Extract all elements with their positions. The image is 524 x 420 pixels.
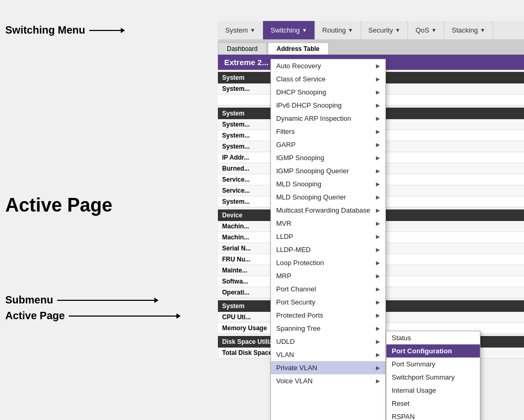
nav-stacking[interactable]: Stacking ▼ [444, 21, 493, 39]
nav-qos[interactable]: QoS ▼ [408, 21, 444, 39]
submenu-arrow-icon: ▶ [376, 89, 380, 95]
main-dropdown-menu: Auto Recovery ▶ Class of Service ▶ DHCP … [270, 59, 386, 420]
menu-item-protected-ports[interactable]: Protected Ports ▶ [271, 309, 385, 322]
submenu-item-switchport-summary[interactable]: Switchport Summary [386, 371, 480, 384]
menu-item-multicast-fwd[interactable]: Multicast Forwarding Database ▶ [271, 204, 385, 217]
submenu-arrow-icon: ▶ [376, 352, 380, 358]
menu-item-lldp[interactable]: LLDP ▶ [271, 230, 385, 243]
submenu-arrow-icon: ▶ [376, 299, 380, 305]
menu-item-class-of-service[interactable]: Class of Service ▶ [271, 72, 385, 86]
submenu-arrow-icon: ▶ [376, 207, 380, 213]
submenu-arrow-icon: ▶ [376, 273, 380, 279]
menu-item-udld[interactable]: UDLD ▶ [271, 335, 385, 348]
tab-address-table[interactable]: Address Table [268, 43, 329, 55]
system-arrow-icon: ▼ [250, 27, 255, 33]
switching-arrow-icon: ▼ [302, 27, 307, 33]
active-page2-label: Active Page [5, 310, 65, 322]
menu-item-port-channel[interactable]: Port Channel ▶ [271, 282, 385, 296]
submenu-arrow-icon: ▶ [376, 76, 380, 82]
top-nav: System ▼ Switching ▼ Routing ▼ Security … [218, 21, 524, 40]
submenu-item-port-configuration[interactable]: Port Configuration [386, 344, 480, 358]
submenu-item-internal-usage[interactable]: Internal Usage [386, 384, 480, 397]
submenu-item-rspan[interactable]: RSPAN [386, 410, 480, 420]
private-vlan-submenu: Status Port Configuration Port Summary S… [386, 331, 480, 420]
submenu-arrow-icon: ▶ [376, 155, 380, 161]
submenu-arrow-icon: ▶ [376, 260, 380, 266]
stacking-arrow-icon: ▼ [480, 27, 485, 33]
submenu-arrow-icon: ▶ [376, 102, 380, 108]
switching-menu-annotation: Switching Menu [5, 24, 125, 36]
submenu-arrow-icon: ▶ [376, 312, 380, 318]
nav-system[interactable]: System ▼ [218, 21, 263, 39]
submenu-arrow-icon: ▶ [376, 129, 380, 134]
main-wrapper: System ▼ Switching ▼ Routing ▼ Security … [218, 21, 524, 420]
content-area: Dashboard Address Table Extreme 2... Sys… [218, 40, 524, 420]
submenu-item-port-summary[interactable]: Port Summary [386, 358, 480, 371]
submenu-label: Submenu [5, 294, 53, 306]
submenu-arrow-icon: ▶ [376, 63, 380, 69]
routing-arrow-icon: ▼ [348, 27, 353, 33]
menu-item-loop-protection[interactable]: Loop Protection ▶ [271, 256, 385, 269]
submenu-annotation: Submenu [5, 294, 159, 306]
tabs-row: Dashboard Address Table [218, 40, 524, 55]
submenu-arrow-icon: ▶ [376, 326, 380, 331]
nav-switching[interactable]: Switching ▼ [263, 21, 315, 39]
menu-item-garp[interactable]: GARP ▶ [271, 138, 385, 151]
menu-item-voice-vlan[interactable]: Voice VLAN ▶ [271, 374, 385, 387]
menu-item-auto-recovery[interactable]: Auto Recovery ▶ [271, 59, 385, 72]
submenu-arrow-icon: ▶ [376, 339, 380, 344]
menu-item-mld-snooping-querier[interactable]: MLD Snooping Querier ▶ [271, 191, 385, 204]
menu-item-port-security[interactable]: Port Security ▶ [271, 296, 385, 309]
menu-item-dhcp-snooping[interactable]: DHCP Snooping ▶ [271, 86, 385, 99]
menu-item-ipv6-dhcp-snooping[interactable]: IPv6 DHCP Snooping ▶ [271, 99, 385, 112]
menu-item-igmp-snooping-querier[interactable]: IGMP Snooping Querier ▶ [271, 164, 385, 177]
submenu-arrow-icon: ▶ [376, 142, 380, 148]
submenu-arrow-icon: ▶ [376, 168, 380, 174]
menu-item-mrp[interactable]: MRP ▶ [271, 269, 385, 282]
menu-item-mld-snooping[interactable]: MLD Snooping ▶ [271, 177, 385, 191]
active-page-annotation: Active Page [5, 194, 112, 216]
submenu-arrow-icon: ▶ [376, 365, 380, 371]
menu-item-spanning-tree[interactable]: Spanning Tree ▶ [271, 322, 385, 335]
submenu-arrow-icon: ▶ [376, 116, 380, 121]
submenu-arrow-icon: ▶ [376, 234, 380, 239]
submenu-arrow-icon: ▶ [376, 286, 380, 292]
menu-item-lldp-med[interactable]: LLDP-MED ▶ [271, 243, 385, 256]
menu-item-vlan[interactable]: VLAN ▶ [271, 348, 385, 361]
submenu-arrow-icon: ▶ [376, 247, 380, 253]
submenu-arrow-icon: ▶ [376, 220, 380, 226]
submenu-arrow-icon: ▶ [376, 194, 380, 200]
submenu-arrow-icon: ▶ [376, 378, 380, 384]
switching-dropdown: Auto Recovery ▶ Class of Service ▶ DHCP … [270, 59, 480, 420]
submenu-item-reset[interactable]: Reset [386, 397, 480, 410]
menu-item-mvr[interactable]: MVR ▶ [271, 217, 385, 230]
submenu-item-status[interactable]: Status [386, 331, 480, 344]
security-arrow-icon: ▼ [395, 27, 400, 33]
nav-routing[interactable]: Routing ▼ [315, 21, 361, 39]
nav-security[interactable]: Security ▼ [361, 21, 408, 39]
active-page-label: Active Page [5, 194, 112, 216]
switching-menu-label: Switching Menu [5, 24, 85, 36]
submenu-arrow-icon: ▶ [376, 181, 380, 187]
qos-arrow-icon: ▼ [431, 27, 436, 33]
menu-item-igmp-snooping[interactable]: IGMP Snooping ▶ [271, 151, 385, 164]
menu-item-private-vlan[interactable]: Private VLAN ▶ [271, 361, 385, 374]
menu-item-dynamic-arp[interactable]: Dynamic ARP Inspection ▶ [271, 112, 385, 125]
active-page2-annotation: Active Page [5, 310, 181, 322]
tab-dashboard[interactable]: Dashboard [218, 43, 267, 55]
menu-item-filters[interactable]: Filters ▶ [271, 125, 385, 138]
